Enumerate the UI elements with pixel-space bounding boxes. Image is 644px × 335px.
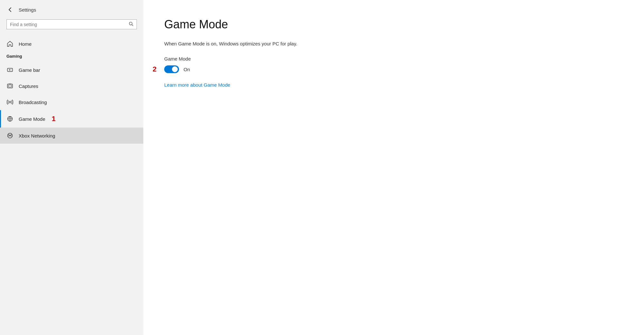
game-mode-toggle[interactable]	[164, 65, 179, 73]
svg-point-3	[11, 70, 11, 71]
search-input[interactable]	[10, 22, 129, 27]
sidebar-item-game-bar-label: Game bar	[19, 67, 40, 73]
game-bar-icon	[6, 66, 14, 73]
description-text: When Game Mode is on, Windows optimizes …	[164, 41, 623, 46]
annotation-2: 2	[153, 65, 156, 73]
sidebar-item-home-label: Home	[19, 41, 32, 47]
sidebar-item-game-bar[interactable]: Game bar	[0, 62, 143, 78]
sidebar-item-broadcasting[interactable]: Broadcasting	[0, 94, 143, 110]
learn-more-link[interactable]: Learn more about Game Mode	[164, 82, 230, 88]
toggle-row: 2 On	[164, 65, 623, 73]
broadcasting-icon	[6, 99, 14, 106]
home-icon	[6, 40, 14, 47]
svg-point-8	[8, 133, 13, 138]
sidebar-header: Settings	[0, 0, 143, 19]
captures-icon	[6, 82, 14, 90]
main-content: Game Mode When Game Mode is on, Windows …	[143, 0, 644, 335]
sidebar-item-captures-label: Captures	[19, 83, 38, 89]
search-box[interactable]	[6, 19, 137, 29]
search-icon	[129, 22, 133, 27]
back-button[interactable]	[6, 6, 14, 14]
sidebar-item-game-mode[interactable]: Game Mode 1	[0, 110, 143, 128]
game-mode-setting-label: Game Mode	[164, 56, 623, 62]
sidebar-item-broadcasting-label: Broadcasting	[19, 100, 47, 105]
svg-point-2	[11, 69, 11, 70]
settings-title: Settings	[19, 7, 36, 13]
sidebar-item-game-mode-label: Game Mode	[19, 116, 45, 122]
page-title: Game Mode	[164, 18, 623, 31]
svg-rect-5	[8, 85, 12, 87]
toggle-thumb	[172, 66, 178, 72]
sidebar-item-xbox-networking[interactable]: Xbox Networking	[0, 128, 143, 144]
annotation-1: 1	[52, 115, 56, 123]
sidebar-item-xbox-networking-label: Xbox Networking	[19, 133, 55, 139]
game-mode-icon	[6, 115, 14, 122]
sidebar-item-home[interactable]: Home	[0, 36, 143, 52]
xbox-icon	[6, 132, 14, 139]
toggle-state-label: On	[184, 67, 190, 72]
sidebar-section-gaming: Gaming	[0, 52, 143, 62]
svg-point-6	[9, 101, 11, 103]
sidebar-item-captures[interactable]: Captures	[0, 78, 143, 94]
sidebar: Settings Home Gaming	[0, 0, 143, 335]
